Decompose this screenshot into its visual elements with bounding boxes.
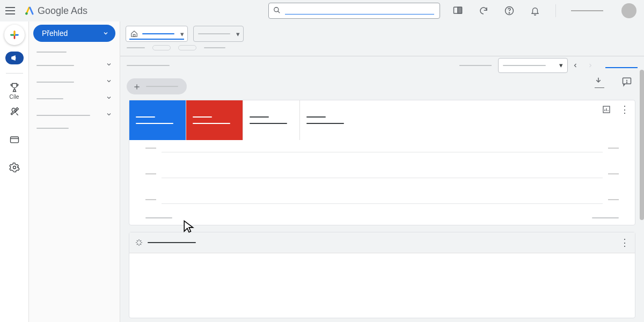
x-axis-label	[592, 217, 619, 218]
billing-rail[interactable]	[9, 134, 20, 145]
compare-link[interactable]	[605, 67, 638, 68]
chevron-down-icon	[106, 61, 112, 69]
tile-metric	[306, 116, 326, 118]
scope-label	[142, 33, 174, 34]
insights-icon	[135, 238, 143, 247]
insights-card: ⋮	[129, 232, 635, 318]
chevron-down-icon	[106, 111, 112, 119]
sidebar-item-label	[36, 128, 69, 129]
card-menu-icon[interactable]: ⋮	[620, 105, 630, 114]
scrollbar-thumb[interactable]	[640, 70, 644, 220]
crumb-pill[interactable]	[152, 45, 171, 50]
crumb-pill[interactable]	[178, 45, 196, 50]
separator	[555, 4, 556, 17]
overview-nav[interactable]: Přehled	[33, 25, 115, 42]
svg-point-0	[25, 12, 28, 15]
overview-label: Přehled	[42, 29, 68, 38]
feedback-icon[interactable]	[621, 76, 633, 88]
scope-account[interactable]: ▾	[126, 26, 188, 42]
goals-rail[interactable]: Cíle	[9, 82, 20, 100]
add-chip-label	[146, 86, 178, 87]
prev-period-button[interactable]	[568, 58, 583, 73]
score-tile[interactable]	[243, 100, 300, 140]
download-icon[interactable]	[594, 76, 605, 88]
caret-down-icon: ▾	[559, 61, 563, 69]
plus-icon: ＋	[132, 82, 142, 91]
chevron-down-icon	[106, 78, 112, 86]
home-icon	[130, 30, 138, 38]
time-series-chart	[129, 140, 635, 217]
sidebar-section[interactable]	[33, 107, 115, 123]
add-card-chip[interactable]: ＋	[127, 78, 187, 94]
sidebar-item-label	[36, 115, 90, 116]
scope-campaign[interactable]: ▾	[193, 26, 244, 42]
sidebar-section[interactable]	[33, 90, 115, 107]
controls-left-label	[127, 65, 170, 66]
svg-point-10	[13, 166, 16, 169]
svg-rect-14	[133, 34, 135, 36]
expand-chart-icon[interactable]	[602, 105, 611, 114]
sidebar-item-label	[36, 98, 63, 99]
ads-icon	[25, 6, 34, 16]
sidebar-item-label	[36, 82, 74, 83]
score-tile[interactable]	[186, 100, 243, 140]
account-label[interactable]	[571, 10, 603, 11]
help-icon[interactable]	[504, 5, 515, 16]
scorecard-card: ⋮	[129, 100, 635, 225]
sidebar-item-label	[36, 52, 67, 53]
insights-title	[148, 242, 196, 243]
menu-button[interactable]	[5, 4, 18, 17]
sidebar-item[interactable]	[33, 123, 115, 133]
breadcrumbs	[120, 44, 644, 56]
sidebar-section[interactable]	[33, 74, 115, 90]
crumb	[127, 47, 145, 48]
sidebar-item-label	[36, 65, 74, 66]
svg-point-1	[274, 7, 279, 11]
svg-point-17	[627, 83, 627, 83]
tile-metric	[193, 116, 212, 118]
notifications-icon[interactable]	[530, 5, 540, 16]
caret-down-icon: ▾	[180, 30, 184, 38]
admin-rail[interactable]	[9, 162, 20, 173]
chevron-down-icon	[103, 30, 109, 38]
product-name: Google Ads	[38, 5, 87, 17]
create-button[interactable]	[4, 25, 25, 45]
refresh-icon[interactable]	[478, 5, 489, 16]
score-tile[interactable]	[129, 100, 186, 140]
tile-metric	[136, 116, 155, 118]
card-menu-icon[interactable]: ⋮	[620, 237, 630, 248]
svg-rect-5	[458, 7, 462, 13]
avatar[interactable]	[621, 3, 636, 18]
campaigns-rail[interactable]	[5, 52, 24, 64]
tile-value	[136, 123, 173, 124]
search-underline	[285, 14, 434, 14]
chevron-down-icon	[106, 94, 112, 103]
date-range-select[interactable]: ▾	[498, 58, 568, 73]
crumb	[204, 47, 225, 48]
tile-value	[306, 123, 344, 124]
caret-down-icon: ▾	[236, 30, 240, 38]
svg-line-2	[278, 11, 280, 13]
search-icon	[273, 6, 281, 16]
date-value	[503, 65, 546, 66]
next-period-button[interactable]	[583, 58, 598, 73]
svg-rect-8	[10, 137, 18, 143]
x-axis-label	[145, 217, 172, 218]
sidebar-section[interactable]	[33, 57, 115, 74]
tools-rail[interactable]	[9, 106, 20, 117]
tile-metric	[250, 116, 269, 118]
svg-point-7	[509, 13, 509, 13]
score-tile[interactable]	[300, 100, 357, 140]
appearance-icon[interactable]	[452, 5, 463, 16]
goals-label: Cíle	[10, 94, 19, 100]
sidebar-item[interactable]	[33, 47, 115, 57]
tile-value	[250, 123, 287, 124]
search-input[interactable]	[268, 3, 440, 19]
tile-value	[193, 123, 230, 124]
scope-label	[198, 33, 230, 34]
date-prefix	[459, 65, 492, 66]
google-ads-logo: Google Ads	[25, 5, 87, 17]
